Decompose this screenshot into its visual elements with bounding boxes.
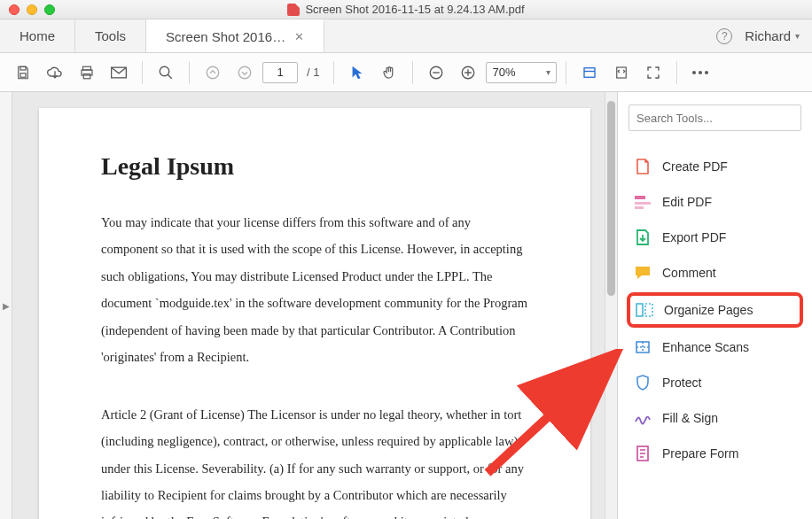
tab-home[interactable]: Home	[0, 19, 75, 52]
tool-label: Create PDF	[662, 159, 728, 174]
minimize-window-button[interactable]	[27, 4, 37, 15]
fit-width-icon	[582, 65, 597, 81]
fit-page-button[interactable]	[607, 58, 636, 87]
cloud-button[interactable]	[41, 58, 69, 87]
search-tools-input[interactable]	[629, 105, 801, 131]
fill-sign-icon	[634, 409, 652, 427]
tab-tools[interactable]: Tools	[75, 19, 146, 52]
hand-tool[interactable]	[375, 58, 403, 87]
tool-label: Comment	[662, 266, 716, 280]
more-icon	[691, 70, 709, 75]
email-icon	[110, 66, 128, 80]
svg-rect-19	[636, 304, 643, 316]
pdf-page: Legal Ipsum You may indicate that your l…	[39, 108, 590, 519]
tool-label: Enhance Scans	[662, 340, 749, 354]
print-icon	[79, 65, 95, 81]
tab-close-button[interactable]: ✕	[294, 30, 304, 43]
tool-label: Protect	[662, 376, 701, 390]
svg-point-15	[705, 71, 708, 74]
titlebar: Screen Shot 2016-11-15 at 9.24.13 AM.pdf	[0, 0, 812, 19]
tool-organize-pages[interactable]: Organize Pages	[627, 292, 803, 328]
search-icon	[158, 65, 174, 81]
arrow-down-icon	[237, 65, 253, 81]
edit-pdf-icon	[634, 193, 652, 211]
fullscreen-icon	[645, 65, 661, 81]
organize-pages-icon	[636, 301, 653, 319]
user-name: Richard	[745, 28, 791, 43]
page-total: / 1	[301, 66, 324, 79]
hand-icon	[381, 65, 397, 81]
tool-fill-sign[interactable]: Fill & Sign	[629, 400, 801, 436]
tool-enhance-scans[interactable]: Enhance Scans	[629, 329, 801, 365]
user-menu[interactable]: Richard ▾	[745, 28, 800, 43]
window-title-text: Screen Shot 2016-11-15 at 9.24.13 AM.pdf	[305, 3, 524, 16]
page-number-input[interactable]	[262, 62, 298, 83]
tool-label: Edit PDF	[662, 195, 712, 209]
tool-create-pdf[interactable]: Create PDF	[629, 149, 801, 184]
left-panel-toggle[interactable]: ▶	[0, 92, 12, 519]
minus-circle-icon	[428, 65, 444, 81]
window-title: Screen Shot 2016-11-15 at 9.24.13 AM.pdf	[0, 3, 812, 16]
zoom-out-button[interactable]	[422, 58, 450, 87]
pdf-file-icon	[287, 4, 300, 16]
zoom-select[interactable]: 70% ▾	[486, 62, 557, 83]
svg-rect-11	[584, 67, 595, 77]
tool-prepare-form[interactable]: Prepare Form	[629, 436, 801, 471]
scrollbar-thumb[interactable]	[607, 101, 615, 296]
save-button[interactable]	[9, 58, 37, 87]
svg-rect-18	[635, 206, 644, 209]
page-down-button[interactable]	[230, 58, 259, 87]
arrow-up-icon	[205, 65, 221, 81]
fit-page-icon	[613, 65, 629, 81]
tab-document-label: Screen Shot 2016…	[166, 29, 285, 44]
tool-protect[interactable]: Protect	[629, 365, 801, 400]
svg-rect-0	[20, 66, 26, 70]
vertical-scrollbar[interactable]	[605, 92, 617, 519]
print-button[interactable]	[73, 58, 101, 87]
tool-export-pdf[interactable]: Export PDF	[629, 220, 801, 255]
svg-rect-1	[20, 73, 26, 77]
email-button[interactable]	[105, 58, 133, 87]
protect-icon	[634, 374, 652, 391]
create-pdf-icon	[634, 158, 652, 175]
plus-circle-icon	[460, 65, 476, 81]
svg-rect-16	[635, 196, 645, 199]
svg-point-14	[699, 71, 702, 74]
svg-point-7	[207, 66, 219, 79]
zoom-value: 70%	[492, 66, 515, 79]
svg-rect-4	[83, 74, 90, 78]
tool-label: Prepare Form	[662, 446, 738, 461]
chevron-down-icon: ▾	[546, 67, 550, 77]
enhance-scans-icon	[634, 338, 652, 356]
fit-width-button[interactable]	[575, 58, 604, 87]
svg-rect-12	[617, 67, 627, 78]
tab-document[interactable]: Screen Shot 2016… ✕	[146, 19, 324, 52]
doc-title: Legal Ipsum	[101, 152, 528, 181]
tab-home-label: Home	[20, 28, 55, 43]
help-button[interactable]: ?	[716, 28, 732, 44]
svg-rect-17	[635, 202, 651, 205]
prepare-form-icon	[634, 445, 652, 462]
tool-comment[interactable]: Comment	[629, 255, 801, 290]
page-up-button[interactable]	[199, 58, 227, 87]
cursor-icon	[350, 65, 364, 81]
svg-rect-20	[645, 304, 652, 316]
tools-panel: Create PDF Edit PDF Export PDF Comment O	[617, 92, 812, 519]
search-button[interactable]	[152, 58, 180, 87]
tool-edit-pdf[interactable]: Edit PDF	[629, 184, 801, 220]
zoom-window-button[interactable]	[44, 4, 55, 15]
doc-para-1: You may indicate that your license diffe…	[101, 209, 528, 371]
tool-label: Export PDF	[662, 230, 726, 244]
svg-point-13	[692, 71, 696, 74]
more-button[interactable]	[686, 58, 714, 87]
export-pdf-icon	[634, 229, 652, 246]
close-window-button[interactable]	[9, 4, 20, 15]
cloud-icon	[46, 65, 64, 81]
svg-point-8	[238, 66, 251, 79]
fullscreen-button[interactable]	[639, 58, 668, 87]
svg-point-6	[160, 66, 169, 76]
zoom-in-button[interactable]	[454, 58, 482, 87]
document-viewport[interactable]: Legal Ipsum You may indicate that your l…	[12, 92, 617, 519]
select-tool[interactable]	[343, 58, 371, 87]
chevron-down-icon: ▾	[795, 31, 800, 41]
